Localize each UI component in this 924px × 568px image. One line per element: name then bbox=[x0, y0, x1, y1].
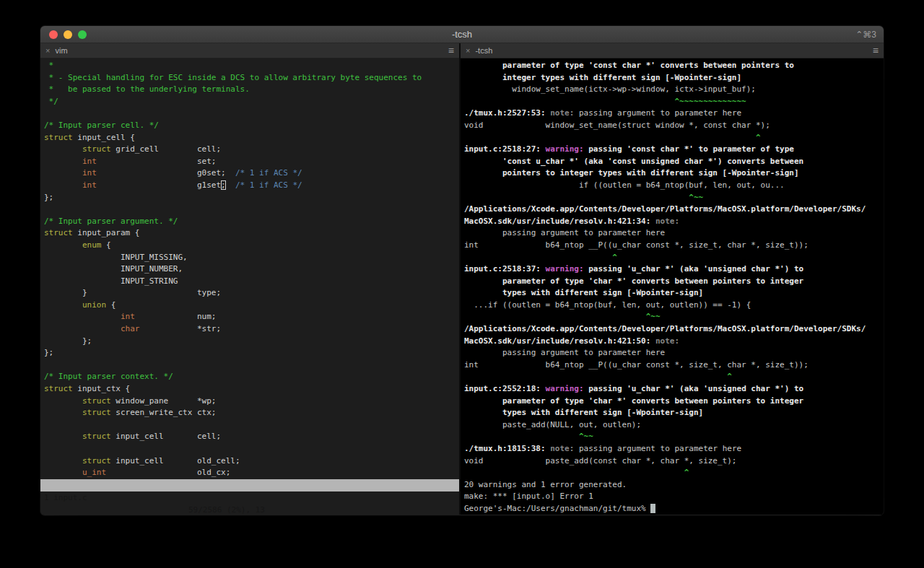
text-segment bbox=[44, 396, 82, 406]
text-segment: passing 'u_char *' (aka 'unsigned char *… bbox=[588, 384, 803, 393]
text-segment: /Applications/Xcode.app/Contents/Develop… bbox=[464, 324, 866, 333]
terminal-line: int g1set; /* 1 if ACS */ bbox=[44, 180, 459, 192]
text-segment: int bbox=[82, 180, 97, 190]
text-segment: int b64_ntop __P((u_char const *, size_t… bbox=[464, 240, 808, 250]
window-title: -tcsh bbox=[40, 29, 884, 40]
terminal-line: struct input_cell { bbox=[44, 132, 459, 144]
text-segment: MacOSX.sdk/usr/include/resolv.h:421:50: bbox=[464, 336, 655, 346]
text-segment: INPUT_NUMBER, bbox=[44, 264, 183, 274]
text-segment: parameter of type 'char *' converts betw… bbox=[464, 396, 803, 406]
text-segment: note: bbox=[550, 108, 579, 118]
text-segment: ^~~~~~~~~~~~~~~ bbox=[464, 97, 746, 106]
text-segment: struct bbox=[44, 228, 73, 237]
terminal-line: ./tmux.h:2527:53: note: passing argument… bbox=[464, 108, 884, 120]
text-segment: input_ctx { bbox=[73, 384, 130, 393]
text-segment: ^ bbox=[464, 133, 761, 142]
text-segment: int b64_ntop __P((u_char const *, size_t… bbox=[464, 360, 808, 370]
terminal-line: passing argument to parameter here bbox=[464, 227, 884, 240]
terminal-line: * bbox=[44, 60, 459, 72]
terminal-line: struct input_param { bbox=[44, 227, 459, 240]
text-segment bbox=[44, 456, 82, 466]
terminal-line: int set; bbox=[44, 156, 459, 168]
text-segment: char bbox=[121, 324, 140, 333]
text-segment: */ bbox=[44, 97, 58, 106]
hotkey-indicator: ⌃⌘3 bbox=[855, 30, 876, 40]
vim-buffer[interactable]: * * - Special handling for ESC inside a … bbox=[40, 58, 459, 479]
terminal-line: input.c:2552:18: warning: passing 'u_cha… bbox=[464, 383, 884, 396]
terminal-line: /* Input parser cell. */ bbox=[44, 120, 459, 132]
text-segment bbox=[44, 157, 82, 166]
shell-pane-titlebar[interactable]: × -tcsh ≡ bbox=[461, 43, 884, 58]
text-segment: input.c:2552:18: bbox=[464, 384, 546, 393]
text-segment: input_cell cell; bbox=[111, 432, 221, 441]
text-segment: g0set; bbox=[97, 168, 235, 178]
text-segment: INPUT_STRING bbox=[44, 276, 178, 286]
text-segment: passing 'const char *' to parameter of t… bbox=[588, 144, 794, 154]
split-panes: × vim ≡ * * - Special handling for ESC i… bbox=[40, 43, 884, 515]
terminal-line: */ bbox=[44, 96, 459, 108]
minimize-window-button[interactable] bbox=[64, 30, 72, 39]
text-segment: struct bbox=[44, 133, 73, 142]
text-segment: /* Input parser context. */ bbox=[44, 372, 173, 381]
terminal-window: -tcsh ⌃⌘3 × vim ≡ * * - Special handling… bbox=[40, 26, 884, 515]
text-segment: void paste_add(const char *, char *, siz… bbox=[464, 456, 737, 466]
text-segment bbox=[44, 144, 82, 154]
text-segment: pointers to integer types with different… bbox=[464, 168, 799, 178]
vim-pane-title: vim bbox=[55, 46, 67, 55]
text-segment: MacOSX.sdk/usr/include/resolv.h:421:34: bbox=[464, 217, 655, 226]
zoom-window-button[interactable] bbox=[78, 30, 87, 39]
terminal-line: MacOSX.sdk/usr/include/resolv.h:421:34: … bbox=[464, 216, 884, 228]
text-segment: ./tmux.h:1815:38: bbox=[464, 444, 550, 453]
text-segment: ^~~ bbox=[464, 312, 661, 321]
titlebar[interactable]: -tcsh ⌃⌘3 bbox=[40, 26, 884, 43]
terminal-line: }; bbox=[44, 336, 459, 348]
text-segment: ./tmux.h:2527:53: bbox=[464, 108, 550, 118]
pane-menu-icon[interactable]: ≡ bbox=[873, 45, 879, 56]
text-segment: { bbox=[106, 300, 116, 310]
text-segment: warning: bbox=[546, 264, 589, 274]
terminal-line bbox=[44, 419, 459, 432]
close-pane-icon[interactable]: × bbox=[45, 47, 50, 55]
terminal-line: * be passed to the underlying terminals. bbox=[44, 84, 459, 96]
text-segment: integer types with different sign [-Wpoi… bbox=[464, 73, 741, 82]
vim-pane-titlebar[interactable]: × vim ≡ bbox=[40, 43, 459, 58]
text-segment: parameter of type 'char *' converts betw… bbox=[464, 276, 803, 286]
text-segment: u_int bbox=[82, 468, 106, 477]
text-segment: ^ bbox=[464, 372, 732, 381]
close-pane-icon[interactable]: × bbox=[466, 47, 470, 55]
text-segment: }; bbox=[44, 336, 92, 346]
text-segment bbox=[44, 312, 121, 321]
terminal-line: integer types with different sign [-Wpoi… bbox=[464, 72, 884, 84]
close-window-button[interactable] bbox=[49, 30, 58, 39]
terminal-line: void paste_add(const char *, char *, siz… bbox=[464, 455, 884, 468]
text-segment: window_set_name(ictx->wp->window, ictx->… bbox=[464, 84, 756, 94]
vim-status-position: 59/2586 (2%), 13 bbox=[188, 504, 265, 515]
terminal-line: if ((outlen = b64_ntop(buf, len, out, ou… bbox=[464, 180, 884, 192]
shell-output[interactable]: parameter of type 'const char *' convert… bbox=[461, 58, 884, 515]
terminal-line: }; bbox=[44, 192, 459, 204]
terminal-line: /* Input parser argument. */ bbox=[44, 216, 459, 228]
terminal-line: ^~~ bbox=[464, 192, 884, 204]
traffic-lights bbox=[40, 30, 87, 39]
terminal-line: ^ bbox=[464, 467, 884, 479]
terminal-line: ^~~~~~~~~~~~~~~ bbox=[464, 96, 884, 108]
text-segment: input_param { bbox=[73, 228, 140, 237]
text-segment: struct bbox=[82, 432, 111, 441]
terminal-line: /* Input parser context. */ bbox=[44, 371, 459, 383]
text-segment bbox=[44, 180, 82, 190]
text-segment: parameter of type 'const char *' convert… bbox=[464, 61, 794, 70]
text-segment: int bbox=[121, 312, 135, 321]
terminal-line: struct input_cell cell; bbox=[44, 431, 459, 443]
pane-menu-icon[interactable]: ≡ bbox=[448, 45, 454, 56]
text-segment: ^ bbox=[464, 468, 689, 477]
terminal-line: struct screen_write_ctx ctx; bbox=[44, 407, 459, 419]
terminal-line: char *str; bbox=[44, 323, 459, 336]
shell-pane-title: -tcsh bbox=[475, 46, 492, 55]
vim-pane: × vim ≡ * * - Special handling for ESC i… bbox=[40, 43, 459, 515]
text-segment: /* 1 if ACS */ bbox=[235, 180, 302, 190]
text-segment: window_pane *wp; bbox=[111, 396, 217, 406]
terminal-line: struct window_pane *wp; bbox=[44, 396, 459, 408]
text-segment: int bbox=[82, 168, 97, 178]
text-segment: old_cx; bbox=[106, 468, 230, 477]
text-segment: void window_set_name(struct window *, co… bbox=[464, 121, 770, 130]
